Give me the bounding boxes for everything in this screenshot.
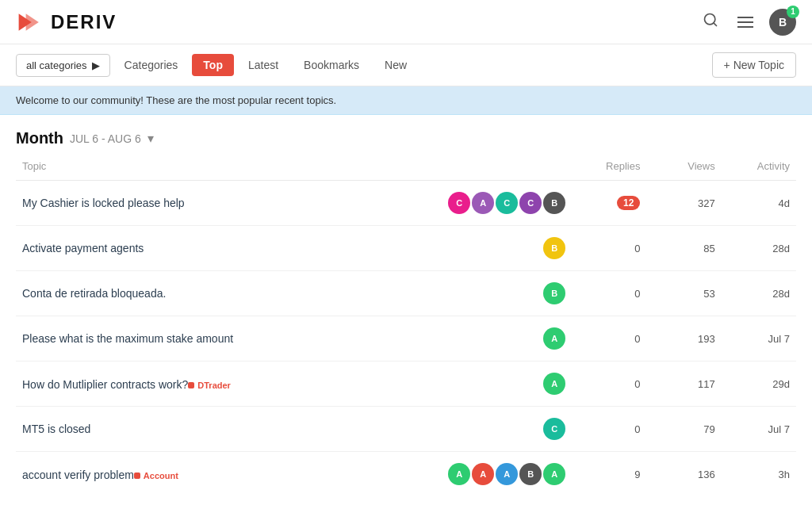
replies-cell: 0 [572,226,646,271]
nav-new[interactable]: New [373,54,418,76]
topic-cell: Activate payment agents [16,226,367,271]
user-avatar[interactable]: B 1 [769,9,796,36]
replies-cell: 0 [572,271,646,316]
table-row: Conta de retirada bloqueada.B05328d [16,271,796,316]
col-views: Views [646,155,721,181]
views-cell: 327 [646,181,721,226]
activity-cell: 28d [722,226,796,271]
replies-cell: 0 [572,362,646,407]
topic-cell: My Cashier is locked please help [16,181,367,226]
topic-title[interactable]: How do Mutliplier contracts work? [22,378,188,391]
avatars-group: AAABA [373,463,565,485]
activity-cell: 29d [722,362,796,407]
replies-cell: 0 [572,316,646,362]
nav-categories[interactable]: Categories [113,54,190,76]
topic-cell: Conta de retirada bloqueada. [16,271,367,316]
avatars-group: B [373,237,565,259]
avatar: A [496,463,518,485]
topic-title[interactable]: My Cashier is locked please help [22,197,185,209]
avatars-group: CACCB [373,192,565,214]
topic-tag[interactable]: DTrader [188,381,231,390]
col-avatars [367,155,572,181]
avatars-cell: CACCB [367,181,572,226]
views-cell: 136 [646,452,721,497]
activity-cell: 3h [722,452,796,497]
all-categories-button[interactable]: all categories ▶ [16,54,110,77]
tag-label: Account [144,471,178,480]
table-row: MT5 is closedC079Jul 7 [16,407,796,452]
chevron-down-icon[interactable]: ▾ [147,131,154,146]
avatar: B [543,192,565,214]
avatar: A [472,192,494,214]
avatar: B [543,237,565,259]
avatars-cell: A [367,316,572,362]
avatar: B [519,463,542,485]
chevron-right-icon: ▶ [92,59,100,71]
avatar: B [543,282,565,304]
avatar: A [448,463,470,485]
activity-cell: 4d [722,181,796,226]
table-row: Activate payment agentsB08528d [16,226,796,271]
nav-bar: all categories ▶ Categories Top Latest B… [0,44,812,86]
activity-cell: 28d [722,271,796,316]
tag-label: DTrader [197,381,231,390]
welcome-banner: Welcome to our community! These are the … [0,86,812,115]
search-icon [703,12,718,28]
views-cell: 85 [646,226,721,271]
notification-badge: 1 [787,6,799,18]
month-header: Month JUL 6 - AUG 6 ▾ [16,115,796,155]
topic-tag[interactable]: Account [134,471,178,480]
header: DERIV B 1 [0,0,812,44]
avatars-group: B [373,282,565,304]
avatars-cell: AAABA [367,452,572,497]
avatar: A [472,463,494,485]
views-cell: 53 [646,271,721,316]
topic-cell: How do Mutliplier contracts work?DTrader [16,362,367,407]
nav-latest[interactable]: Latest [237,54,289,76]
replies-cell: 12 [572,181,646,226]
avatars-cell: C [367,407,572,452]
avatars-cell: A [367,362,572,407]
month-range: JUL 6 - AUG 6 [70,132,141,145]
topic-title[interactable]: Conta de retirada bloqueada. [22,287,166,300]
tag-dot [134,473,140,479]
search-button[interactable] [699,9,722,35]
table-row: account verify problemAccountAAABA91363h [16,452,796,497]
nav-bookmarks[interactable]: Bookmarks [293,54,370,76]
table-body: My Cashier is locked please helpCACCB123… [16,181,796,497]
col-activity: Activity [722,155,796,181]
avatars-cell: B [367,271,572,316]
menu-line [737,17,753,18]
avatar: C [519,192,542,214]
table-row: My Cashier is locked please helpCACCB123… [16,181,796,226]
topic-title[interactable]: Activate payment agents [22,242,144,254]
avatar: A [543,463,565,485]
nav-left: all categories ▶ Categories Top Latest B… [16,54,418,77]
topic-title[interactable]: MT5 is closed [22,423,90,435]
avatar: C [543,418,565,440]
table-header: Topic Replies Views Activity [16,155,796,181]
logo: DERIV [16,8,117,36]
topics-table: Topic Replies Views Activity My Cashier … [16,155,796,496]
all-categories-label: all categories [26,59,87,71]
topic-cell: account verify problemAccount [16,452,367,497]
avatar: C [496,192,518,214]
avatar: A [543,327,565,350]
month-label: Month [16,129,63,147]
views-cell: 193 [646,316,721,362]
views-cell: 79 [646,407,721,452]
nav-top[interactable]: Top [192,54,234,76]
topic-title[interactable]: Please what is the maximum stake amount [22,332,233,345]
svg-marker-1 [26,13,39,31]
tag-dot [188,382,194,388]
avatars-cell: B [367,226,572,271]
topic-cell: Please what is the maximum stake amount [16,316,367,362]
activity-cell: Jul 7 [722,407,796,452]
header-row: Topic Replies Views Activity [16,155,796,181]
menu-button[interactable] [734,13,756,31]
replies-cell: 9 [572,452,646,497]
topic-title[interactable]: account verify problem [22,469,134,481]
logo-icon [16,8,44,36]
new-topic-button[interactable]: + New Topic [712,52,796,78]
avatars-group: A [373,327,565,350]
